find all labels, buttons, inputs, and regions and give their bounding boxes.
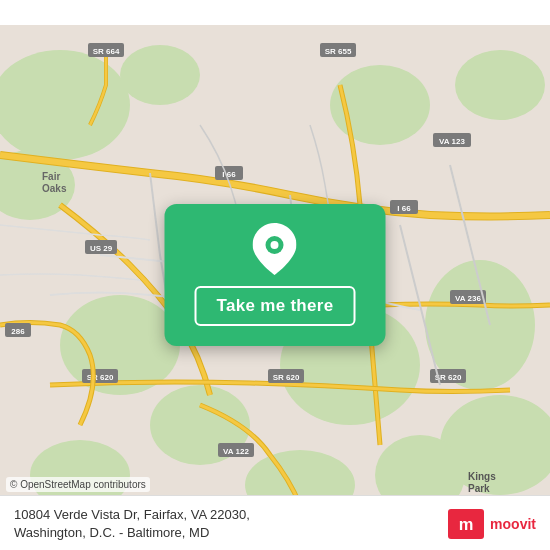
attribution-text: © OpenStreetMap contributors [10, 479, 146, 490]
location-pin-icon [250, 224, 300, 274]
svg-point-11 [120, 45, 200, 105]
svg-text:VA 122: VA 122 [223, 447, 249, 456]
map-container: I 66 I 66 US 29 US 29 VA 123 SR 620 SR 6… [0, 0, 550, 550]
svg-text:SR 620: SR 620 [273, 373, 300, 382]
svg-text:SR 664: SR 664 [93, 47, 120, 56]
svg-point-13 [455, 50, 545, 120]
svg-text:SR 655: SR 655 [325, 47, 352, 56]
svg-text:US 29: US 29 [90, 244, 113, 253]
moovit-label: moovit [490, 516, 536, 532]
svg-text:Kings: Kings [468, 471, 496, 482]
svg-text:VA 123: VA 123 [439, 137, 465, 146]
overlay-card: Take me there [165, 204, 386, 346]
take-me-there-button[interactable]: Take me there [195, 286, 356, 326]
svg-text:Park: Park [468, 483, 490, 494]
svg-text:I 66: I 66 [397, 204, 411, 213]
svg-text:Oaks: Oaks [42, 183, 67, 194]
moovit-logo: m moovit [448, 506, 536, 542]
svg-text:286: 286 [11, 327, 25, 336]
svg-text:m: m [459, 515, 474, 533]
osm-attribution: © OpenStreetMap contributors [6, 477, 150, 492]
svg-text:VA 236: VA 236 [455, 294, 481, 303]
svg-point-47 [271, 241, 279, 249]
moovit-icon: m [448, 506, 484, 542]
bottom-info-bar: 10804 Verde Vista Dr, Fairfax, VA 22030,… [0, 495, 550, 550]
svg-text:Fair: Fair [42, 171, 60, 182]
address-text: 10804 Verde Vista Dr, Fairfax, VA 22030,… [14, 506, 250, 542]
